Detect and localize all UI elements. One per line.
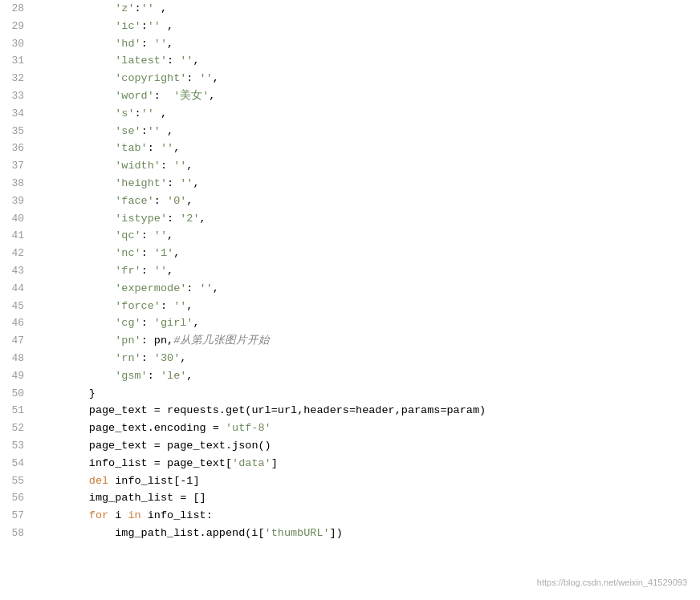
- line-content: 'z':'' ,: [34, 0, 700, 18]
- token: [37, 142, 115, 154]
- token: :: [141, 352, 154, 364]
- token: ,: [186, 160, 193, 172]
- token: [37, 55, 115, 67]
- line-content: 'face': '0',: [34, 193, 700, 210]
- token: :: [141, 229, 154, 241]
- token: 'se': [115, 125, 140, 137]
- token: url: [251, 404, 271, 416]
- token: [37, 492, 89, 504]
- token: ,: [213, 72, 219, 84]
- line-content: info_list = page_text['data']: [34, 455, 700, 472]
- line-number: 33: [0, 88, 34, 105]
- line-number: 28: [0, 1, 34, 18]
- token: [37, 125, 115, 137]
- token: [37, 38, 115, 50]
- line-content: page_text = page_text.json(): [34, 437, 700, 455]
- token: page_text: [89, 440, 148, 452]
- line-number: 47: [0, 333, 34, 350]
- line-content: page_text.encoding = 'utf-8': [34, 420, 700, 437]
- token: ,: [213, 282, 219, 294]
- code-line: 48 'rn': '30',: [0, 350, 700, 367]
- line-number: 29: [0, 18, 34, 35]
- token: ]: [271, 457, 278, 469]
- code-line: 29 'ic':'' ,: [0, 18, 700, 35]
- token: [-1]: [173, 475, 199, 487]
- token: .: [148, 422, 154, 434]
- line-number: 48: [0, 351, 34, 367]
- line-number: 39: [0, 193, 34, 210]
- line-content: 'nc': '1',: [34, 245, 700, 262]
- line-number: 44: [0, 281, 34, 298]
- code-line: 50 }: [0, 385, 700, 403]
- token: [37, 422, 89, 434]
- line-content: 'ic':'' ,: [34, 18, 700, 35]
- token: [37, 509, 89, 521]
- token: [37, 352, 115, 364]
- token: :: [141, 247, 154, 259]
- code-line: 55 del info_list[-1]: [0, 472, 700, 490]
- token: 'expermode': [115, 282, 186, 294]
- token: :: [161, 300, 173, 312]
- token: '': [180, 177, 193, 189]
- token: =: [440, 404, 446, 416]
- token: 'istype': [115, 213, 167, 225]
- code-line: 42 'nc': '1',: [0, 245, 700, 262]
- token: 'cg': [115, 317, 140, 329]
- token: =: [148, 404, 167, 416]
- token: in: [128, 509, 140, 521]
- token: 'pn': [115, 334, 140, 347]
- token: [: [226, 457, 232, 469]
- line-number: 32: [0, 71, 34, 87]
- token: [37, 20, 115, 32]
- token: :: [167, 177, 180, 189]
- line-content: 'rn': '30',: [34, 350, 700, 367]
- token: =: [349, 404, 356, 416]
- token: ,: [161, 20, 173, 32]
- line-number: 37: [0, 158, 34, 175]
- token: '美女': [173, 90, 209, 102]
- token: :: [141, 317, 154, 329]
- token: ,: [200, 213, 206, 225]
- token: [37, 282, 115, 294]
- token: encoding: [154, 422, 206, 434]
- token: :: [161, 160, 173, 172]
- token: page_text: [89, 422, 148, 434]
- token: '': [173, 300, 186, 312]
- token: 'copyright': [115, 72, 186, 84]
- token: [37, 247, 115, 259]
- line-content: 'hd': '',: [34, 35, 700, 53]
- code-line: 45 'force': '',: [0, 298, 700, 315]
- line-content: 'word': '美女',: [34, 87, 700, 105]
- token: :: [141, 20, 148, 32]
- token: : pn,: [141, 334, 174, 347]
- token: ,: [209, 90, 215, 102]
- code-line: 28 'z':'' ,: [0, 0, 700, 18]
- token: =: [148, 440, 167, 452]
- code-line: 34 's':'' ,: [0, 105, 700, 123]
- line-number: 49: [0, 368, 34, 385]
- code-line: 35 'se':'' ,: [0, 123, 700, 140]
- token: [37, 107, 115, 120]
- line-number: 53: [0, 438, 34, 455]
- token: 'ic': [115, 20, 140, 32]
- token: [37, 387, 89, 399]
- token: [37, 160, 115, 172]
- line-number: 35: [0, 124, 34, 140]
- token: '30': [154, 352, 180, 364]
- line-content: 'width': '',: [34, 157, 700, 175]
- token: [37, 404, 89, 416]
- token: '': [154, 229, 167, 241]
- token: page_text: [167, 440, 226, 452]
- line-content: 'cg': 'girl',: [34, 314, 700, 332]
- line-content: 'expermode': '',: [34, 280, 700, 298]
- token: [37, 90, 115, 102]
- token: }: [89, 387, 96, 399]
- token: .: [200, 527, 206, 539]
- token: '': [141, 2, 154, 14]
- token: 's': [115, 107, 134, 120]
- code-line: 38 'height': '',: [0, 175, 700, 193]
- token: :: [186, 282, 199, 294]
- line-number: 56: [0, 490, 34, 507]
- token: ,: [173, 247, 180, 259]
- token: ,: [154, 2, 167, 14]
